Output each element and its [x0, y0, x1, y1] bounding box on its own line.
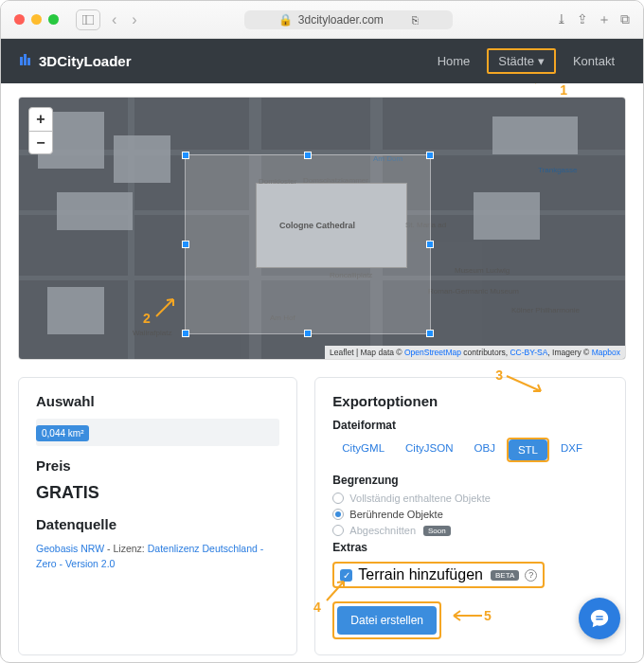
- radio-icon: [332, 525, 344, 536]
- format-dxf[interactable]: DXF: [551, 438, 592, 462]
- new-tab-icon[interactable]: ＋: [598, 11, 611, 28]
- zoom-control: + −: [28, 107, 53, 154]
- resize-handle-s[interactable]: [304, 330, 312, 337]
- bound-clip-label: Abgeschnitten: [349, 525, 416, 536]
- soon-badge: Soon: [423, 526, 451, 536]
- format-title: Dateiformat: [332, 419, 608, 432]
- zoom-in-button[interactable]: +: [29, 108, 52, 131]
- reader-icon[interactable]: ⎘: [412, 14, 419, 26]
- format-cityjson[interactable]: CityJSON: [396, 438, 462, 462]
- selection-rectangle[interactable]: [185, 154, 431, 334]
- resize-handle-nw[interactable]: [182, 152, 189, 159]
- svg-rect-2: [20, 57, 23, 65]
- url-bar[interactable]: 🔒 3dcityloader.com ⎘: [149, 10, 548, 29]
- selection-panel: Auswahl 0,044 km² Preis GRATIS Datenquel…: [18, 377, 297, 655]
- close-window-icon[interactable]: [14, 14, 25, 25]
- resize-handle-sw[interactable]: [182, 330, 189, 337]
- nav-cities-dropdown[interactable]: Städte ▾: [487, 48, 556, 74]
- format-citygml[interactable]: CityGML: [332, 438, 394, 462]
- bounds-title: Begrenzung: [332, 474, 608, 487]
- chevron-down-icon: ▾: [538, 54, 545, 68]
- annotation-1: 1: [560, 83, 567, 98]
- radio-icon: [332, 509, 344, 520]
- beta-badge: BETA: [491, 570, 519, 581]
- source-text: Geobasis NRW - Lizenz: Datenlizenz Deuts…: [36, 542, 279, 572]
- svg-rect-3: [24, 54, 27, 65]
- area-box: 0,044 km²: [36, 419, 279, 446]
- brand-text: 3DCityLoader: [39, 53, 132, 69]
- source-title: Datenquelle: [36, 516, 279, 532]
- fullscreen-window-icon[interactable]: [48, 14, 59, 25]
- annotation-1-arrow: [531, 83, 560, 91]
- format-stl[interactable]: STL: [509, 439, 547, 460]
- sidebar-toggle-icon[interactable]: [76, 9, 100, 30]
- resize-handle-ne[interactable]: [426, 152, 434, 159]
- annotation-3-highlight: STL: [507, 438, 549, 462]
- chat-button[interactable]: [579, 598, 620, 639]
- browser-window: ‹ › 🔒 3dcityloader.com ⎘ ⤓ ⇪ ＋ ⧉ 3DCityL…: [0, 0, 644, 663]
- brand-icon: [18, 52, 33, 70]
- map[interactable]: Cologne Cathedral Domschatzkammer Roncal…: [18, 97, 626, 360]
- help-icon[interactable]: ?: [525, 569, 537, 582]
- map-attribution: Leaflet | Map data © OpenStreetMap contr…: [325, 346, 625, 359]
- back-button[interactable]: ‹: [108, 11, 120, 28]
- titlebar: ‹ › 🔒 3dcityloader.com ⎘ ⤓ ⇪ ＋ ⧉: [1, 1, 643, 39]
- minimize-window-icon[interactable]: [31, 14, 42, 25]
- create-file-button[interactable]: Datei erstellen: [337, 606, 437, 635]
- resize-handle-w[interactable]: [182, 241, 189, 248]
- share-icon[interactable]: ⇪: [577, 11, 588, 28]
- osm-link[interactable]: OpenStreetMap: [404, 348, 461, 357]
- map-label: Roman-Germanic Museum: [428, 287, 519, 296]
- resize-handle-se[interactable]: [426, 330, 434, 337]
- annotation-5-highlight: Datei erstellen: [332, 601, 441, 639]
- svg-rect-4: [27, 58, 30, 65]
- tabs-icon[interactable]: ⧉: [620, 11, 630, 28]
- url-host: 3dcityloader.com: [298, 13, 384, 27]
- annotation-4-highlight: ✓ Terrain hinzufügen BETA ?: [332, 562, 545, 588]
- area-value: 0,044 km²: [36, 425, 89, 441]
- page-content: Cologne Cathedral Domschatzkammer Roncal…: [1, 83, 643, 662]
- nav-links: Home Städte ▾ Kontakt: [426, 48, 626, 74]
- terrain-checkbox[interactable]: ✓: [340, 569, 352, 582]
- resize-handle-e[interactable]: [426, 241, 434, 248]
- nav-home[interactable]: Home: [426, 48, 482, 74]
- map-label: Wallrafplatz: [133, 329, 172, 337]
- export-title: Exportoptionen: [332, 393, 608, 409]
- map-label: Museum Ludwig: [455, 266, 510, 275]
- format-obj[interactable]: OBJ: [465, 438, 505, 462]
- resize-handle-n[interactable]: [304, 152, 312, 159]
- forward-button[interactable]: ›: [128, 11, 140, 28]
- nav-contact[interactable]: Kontakt: [562, 48, 626, 74]
- terrain-label: Terrain hinzufügen: [358, 566, 483, 583]
- map-label: Trankgasse: [538, 166, 578, 174]
- lock-icon: 🔒: [278, 13, 293, 27]
- bound-option-full[interactable]: Vollständig enthaltene Objekte: [332, 493, 608, 504]
- map-canvas[interactable]: Cologne Cathedral Domschatzkammer Roncal…: [19, 98, 625, 359]
- bound-option-touching[interactable]: Berührende Objekte: [332, 509, 608, 520]
- traffic-lights: [14, 14, 59, 25]
- chat-icon: [589, 608, 610, 629]
- bound-option-clipped: Abgeschnitten Soon: [332, 525, 608, 536]
- bound-touch-label: Berührende Objekte: [349, 509, 442, 520]
- zoom-out-button[interactable]: −: [29, 131, 52, 153]
- map-label: Kölner Philharmonie: [511, 306, 580, 314]
- nav-cities-label: Städte: [498, 54, 534, 68]
- selection-title: Auswahl: [36, 393, 279, 409]
- panels-row: Auswahl 0,044 km² Preis GRATIS Datenquel…: [18, 377, 626, 655]
- price-value: GRATIS: [36, 483, 279, 503]
- source-link[interactable]: Geobasis NRW: [36, 543, 104, 554]
- download-icon[interactable]: ⤓: [556, 11, 567, 28]
- site-navbar: 3DCityLoader Home Städte ▾ Kontakt: [1, 39, 643, 83]
- svg-rect-0: [82, 15, 94, 25]
- radio-icon: [332, 493, 344, 504]
- ccbysa-link[interactable]: CC-BY-SA: [510, 348, 547, 357]
- brand[interactable]: 3DCityLoader: [18, 52, 132, 70]
- price-title: Preis: [36, 457, 279, 474]
- format-tabs: CityGML CityJSON OBJ STL DXF: [332, 438, 608, 462]
- mapbox-link[interactable]: Mapbox: [592, 348, 620, 357]
- extras-title: Extras: [332, 541, 608, 554]
- bound-full-label: Vollständig enthaltene Objekte: [349, 493, 491, 504]
